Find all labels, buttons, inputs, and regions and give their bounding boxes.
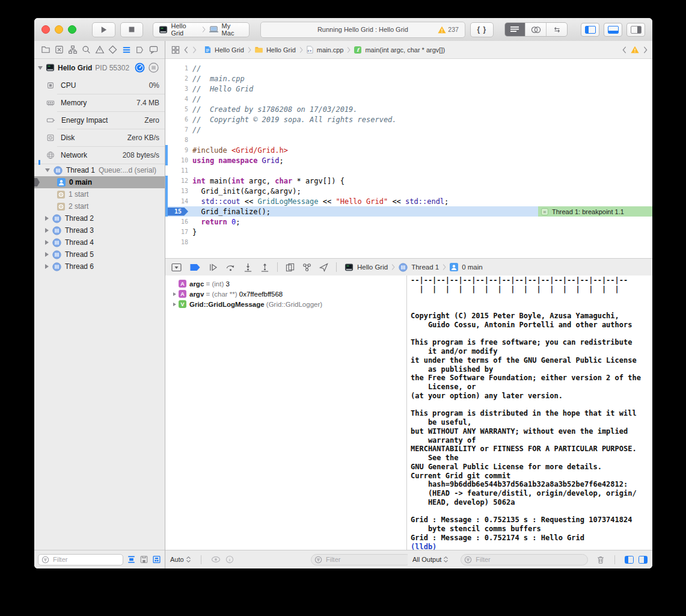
- line-number[interactable]: 17: [168, 229, 192, 235]
- line-number[interactable]: 14: [168, 198, 192, 205]
- gauge-row-energy[interactable]: Energy ImpactZero: [34, 111, 165, 129]
- code-line[interactable]: 14 std::cout << GridLogMessage << "Hello…: [165, 196, 652, 206]
- line-number[interactable]: 5: [168, 106, 192, 112]
- thread-row[interactable]: Thread 3: [34, 224, 165, 236]
- library-button[interactable]: { }: [470, 22, 494, 37]
- code-line[interactable]: 8: [165, 135, 652, 145]
- breakpoints-toggle-button[interactable]: [189, 263, 201, 271]
- disclosure-triangle[interactable]: [171, 303, 179, 306]
- line-number[interactable]: 3: [168, 85, 192, 92]
- code-line[interactable]: 10using namespace Grid;: [165, 155, 652, 165]
- line-number[interactable]: 2: [168, 75, 192, 82]
- previous-issue-button[interactable]: [622, 46, 626, 54]
- code-line[interactable]: 11: [165, 165, 652, 176]
- code-line[interactable]: 7//: [165, 125, 652, 135]
- code-line[interactable]: 12int main(int argc, char * argv[]) {: [165, 176, 652, 186]
- stack-frame-row[interactable]: 1 start: [34, 188, 165, 200]
- gauge-view-button[interactable]: [135, 63, 145, 73]
- assistant-editor-button[interactable]: [525, 23, 547, 36]
- go-forward-button[interactable]: [192, 46, 197, 54]
- code-line[interactable]: 4//: [165, 94, 652, 104]
- view-filter-icon[interactable]: [139, 555, 149, 564]
- simulate-location-button[interactable]: [319, 263, 328, 272]
- line-number[interactable]: 1: [168, 65, 192, 72]
- version-editor-button[interactable]: [547, 23, 567, 36]
- navigator-tab-source-control[interactable]: [53, 44, 65, 56]
- code-line[interactable]: 1//: [165, 63, 652, 73]
- navigator-tab-issue[interactable]: [94, 44, 106, 56]
- pause-threads-button[interactable]: [149, 63, 159, 73]
- line-number[interactable]: 7: [168, 126, 192, 133]
- issue-warning-icon[interactable]: [631, 46, 639, 54]
- code-line[interactable]: 16 return 0;: [165, 217, 652, 227]
- navigator-tab-report[interactable]: [147, 44, 159, 56]
- line-number[interactable]: 12: [168, 177, 192, 184]
- variable-row[interactable]: Aargv = (char **) 0x7ffeefbff568: [165, 289, 406, 299]
- disclosure-triangle[interactable]: [171, 292, 179, 296]
- navigator-tab-symbol[interactable]: [67, 44, 79, 56]
- navigator-tab-breakpoint[interactable]: [134, 44, 146, 56]
- variable-row[interactable]: Aargc = (int) 3: [165, 279, 406, 289]
- toggle-debug-area-button[interactable]: [604, 23, 622, 37]
- standard-editor-button[interactable]: [505, 23, 526, 36]
- memory-graph-button[interactable]: [302, 263, 311, 272]
- breadcrumb-item[interactable]: 0 main: [462, 263, 483, 271]
- stack-frame-row[interactable]: 0 main: [34, 176, 165, 188]
- navigator-tab-project[interactable]: [40, 44, 52, 56]
- lldb-prompt[interactable]: (lldb): [411, 543, 652, 551]
- continue-button[interactable]: [209, 263, 218, 272]
- code-line[interactable]: 18: [165, 237, 652, 247]
- stack-filter-icon[interactable]: [152, 555, 161, 564]
- scheme-selector[interactable]: Hello Grid My Mac: [153, 22, 250, 37]
- toggle-navigator-button[interactable]: [581, 23, 599, 37]
- disclosure-triangle[interactable]: [45, 216, 49, 221]
- breakpoint-badge[interactable]: 15: [168, 208, 188, 216]
- variables-filter-field[interactable]: [311, 554, 412, 565]
- disclosure-triangle[interactable]: [45, 228, 49, 233]
- stop-button[interactable]: [120, 22, 144, 37]
- variables-scope-selector[interactable]: Auto: [170, 556, 191, 563]
- line-number[interactable]: 8: [168, 137, 192, 143]
- step-out-button[interactable]: [260, 263, 269, 272]
- view-hierarchy-button[interactable]: [286, 263, 295, 272]
- next-issue-button[interactable]: [643, 46, 648, 54]
- disclosure-triangle[interactable]: [45, 264, 49, 269]
- line-number[interactable]: 11: [168, 167, 192, 174]
- navigator-filter-field[interactable]: [38, 554, 123, 565]
- code-line[interactable]: 9#include <Grid/Grid.h>: [165, 145, 652, 155]
- stack-frame-row[interactable]: 2 start: [34, 200, 165, 212]
- line-number[interactable]: 18: [168, 239, 192, 245]
- clear-console-button[interactable]: [596, 555, 605, 564]
- close-window-button[interactable]: [41, 25, 50, 34]
- minimize-window-button[interactable]: [55, 25, 63, 34]
- breadcrumb-item[interactable]: Hello Grid: [357, 263, 388, 271]
- code-line[interactable]: 3// Hello Grid: [165, 84, 652, 94]
- breadcrumb-item[interactable]: Hello Grid: [266, 46, 296, 54]
- navigator-tab-debug[interactable]: [120, 44, 132, 56]
- gauge-row-network[interactable]: Network208 bytes/s: [34, 146, 165, 164]
- quicklook-icon[interactable]: [211, 556, 221, 563]
- console-output[interactable]: --|--|--|--|--|--|--|--|--|--|--|--|--|-…: [408, 276, 652, 550]
- related-items-icon[interactable]: [171, 46, 180, 54]
- hide-debug-area-button[interactable]: [171, 263, 182, 272]
- flag-filter-icon[interactable]: [127, 555, 136, 564]
- breadcrumb-item[interactable]: Thread 1: [411, 263, 439, 271]
- step-over-button[interactable]: [225, 263, 236, 272]
- code-line[interactable]: 5// Created by s1786208 on 17/03/2019.: [165, 104, 652, 114]
- disclosure-triangle[interactable]: [45, 168, 50, 172]
- line-number[interactable]: 9: [168, 147, 192, 153]
- breadcrumb-item[interactable]: Hello Grid: [215, 46, 244, 54]
- code-line[interactable]: 13 Grid_init(&argc,&argv);: [165, 186, 652, 196]
- show-variables-toggle[interactable]: [625, 556, 634, 564]
- show-console-toggle[interactable]: [639, 556, 648, 564]
- gauge-row-memory[interactable]: Memory7.4 MB: [34, 94, 165, 111]
- thread-row[interactable]: Thread 5: [34, 248, 165, 260]
- zoom-window-button[interactable]: [68, 25, 76, 34]
- thread-row[interactable]: Thread 4: [34, 236, 165, 248]
- code-line[interactable]: 6// Copyright © 2019 sopa. All rights re…: [165, 114, 652, 125]
- thread-row[interactable]: Thread 6: [34, 260, 165, 273]
- source-editor[interactable]: 1//2// main.cpp3// Hello Grid4//5// Crea…: [165, 59, 652, 262]
- navigator-tab-find[interactable]: [80, 44, 92, 56]
- disclosure-triangle[interactable]: [45, 240, 49, 245]
- warning-count-badge[interactable]: 237: [438, 26, 459, 34]
